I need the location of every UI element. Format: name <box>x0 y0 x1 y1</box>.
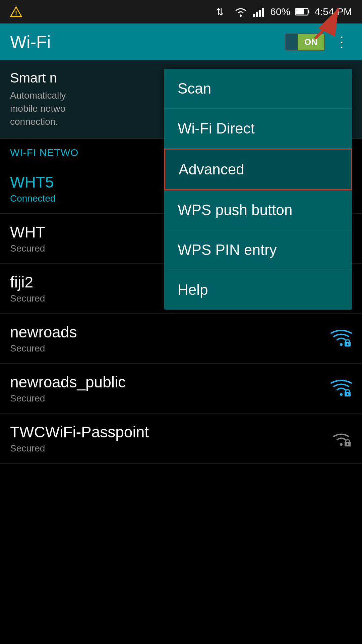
toggle-off-label <box>286 39 298 45</box>
menu-item-wps-pin[interactable]: WPS PIN entry <box>164 230 352 270</box>
network-name-twc: TWCWiFi-Passpoint <box>10 423 330 441</box>
app-bar-right: ON ⋮ Scan Wi-Fi Direct Advanced W <box>285 32 352 52</box>
wifi-secured-icon-newroads-public <box>330 378 352 399</box>
wifi-toggle[interactable]: ON <box>285 33 325 51</box>
svg-point-21 <box>340 443 343 446</box>
svg-point-15 <box>340 343 343 346</box>
app-bar: Wi-Fi ON ⋮ Scan Wi-Fi Direct Advan <box>0 23 362 60</box>
time: 4:54 PM <box>314 6 352 17</box>
battery-percentage: 60% <box>270 6 290 17</box>
network-info-newroads-public: newroads_public Secured <box>10 373 330 404</box>
network-status-newroads: Secured <box>10 343 330 354</box>
app-title: Wi-Fi <box>10 32 51 52</box>
svg-text:!: ! <box>15 9 17 17</box>
wifi-lock-twc <box>330 428 352 449</box>
network-name-newroads: newroads <box>10 323 330 341</box>
wifi-secured-icon-newroads <box>330 328 352 349</box>
svg-point-23 <box>347 443 349 445</box>
network-item-twc[interactable]: TWCWiFi-Passpoint Secured <box>0 414 362 464</box>
network-status-newroads-public: Secured <box>10 393 330 404</box>
overflow-menu-button[interactable]: ⋮ <box>331 32 352 52</box>
menu-item-help[interactable]: Help <box>164 270 352 310</box>
network-info-newroads: newroads Secured <box>10 323 330 354</box>
status-left: ! <box>10 6 22 18</box>
svg-point-3 <box>240 15 242 17</box>
svg-rect-4 <box>253 14 255 17</box>
svg-point-17 <box>347 343 349 345</box>
battery-icon <box>295 7 310 16</box>
signal-icon <box>252 6 265 18</box>
network-status-twc: Secured <box>10 443 330 454</box>
dropdown-menu: Scan Wi-Fi Direct Advanced WPS push butt… <box>164 69 352 310</box>
menu-item-advanced[interactable]: Advanced <box>164 149 352 190</box>
svg-rect-5 <box>256 12 258 17</box>
warning-icon: ! <box>10 6 22 18</box>
svg-text:⇅: ⇅ <box>216 7 224 17</box>
wifi-secured-icon-twc <box>330 428 352 449</box>
wifi-lock-newroads <box>330 328 352 349</box>
network-info-twc: TWCWiFi-Passpoint Secured <box>10 423 330 454</box>
menu-item-wifi-direct[interactable]: Wi-Fi Direct <box>164 109 352 149</box>
toggle-on-label: ON <box>298 34 324 50</box>
svg-point-20 <box>347 393 349 395</box>
menu-item-wps-push[interactable]: WPS push button <box>164 190 352 230</box>
network-name-newroads-public: newroads_public <box>10 373 330 391</box>
network-item-newroads[interactable]: newroads Secured <box>0 314 362 364</box>
svg-rect-6 <box>259 10 261 17</box>
status-right: ⇅ 60% 4:54 PM <box>216 6 352 18</box>
status-bar: ! ⇅ 60% 4:54 PM <box>0 0 362 23</box>
network-item-newroads-public[interactable]: newroads_public Secured <box>0 364 362 414</box>
wifi-lock-newroads-public <box>330 378 352 399</box>
svg-rect-10 <box>296 9 304 14</box>
wifi-networks-label: Wi-Fi NETWO <box>10 147 78 158</box>
svg-point-18 <box>340 393 343 396</box>
svg-rect-7 <box>262 8 264 17</box>
menu-item-scan[interactable]: Scan <box>164 69 352 109</box>
wifi-status-icon <box>234 6 247 18</box>
svg-rect-9 <box>308 10 309 13</box>
sync-icon: ⇅ <box>216 6 229 18</box>
